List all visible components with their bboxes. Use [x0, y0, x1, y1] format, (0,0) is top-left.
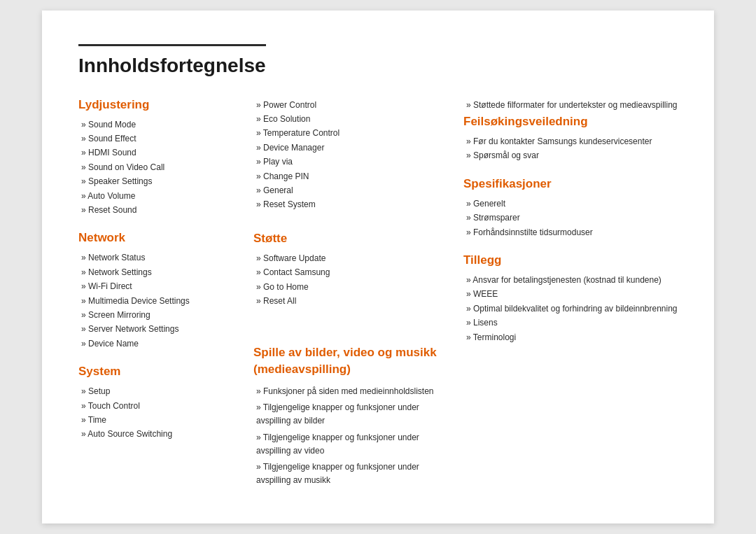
col1: Lydjustering Sound Mode Sound Effect HDM… [78, 98, 239, 491]
section-media: Spille av bilder, video og musikk(mediea… [253, 344, 449, 490]
col3-top-item[interactable]: Støttede filformater for undertekster og… [463, 98, 678, 112]
section-title-lydjustering[interactable]: Lydjustering [78, 98, 239, 112]
section-title-system[interactable]: System [78, 365, 239, 379]
section-tillegg: Tillegg Ansvar for betalingstjenesten (k… [463, 253, 678, 344]
section-spesifikasjoner: Spesifikasjoner Generelt Strømsparer For… [463, 177, 678, 239]
list-item[interactable]: Eco Solution [253, 112, 449, 126]
list-item[interactable]: Ansvar for betalingstjenesten (kostnad t… [463, 273, 678, 287]
list-item[interactable]: Temperature Control [253, 126, 449, 140]
list-item[interactable]: Setup [78, 384, 239, 398]
page-title: Innholdsfortegnelse [78, 44, 266, 77]
list-item[interactable]: Wi-Fi Direct [78, 279, 239, 293]
list-item[interactable]: Terminologi [463, 330, 678, 344]
list-item[interactable]: Tilgjengelige knapper og funksjoner unde… [253, 431, 449, 458]
list-item-play-via[interactable]: Play via [253, 155, 449, 169]
list-item[interactable]: Forhåndsinnstilte tidsurmoduser [463, 225, 678, 239]
col2-top-items: Power Control Eco Solution Temperature C… [253, 98, 449, 212]
section-title-media[interactable]: Spille av bilder, video og musikk(mediea… [253, 344, 449, 378]
list-item[interactable]: Før du kontakter Samsungs kundeservicese… [463, 134, 678, 148]
list-item[interactable]: Reset System [253, 197, 449, 211]
list-item[interactable]: Sound Mode [78, 118, 239, 132]
list-item[interactable]: HDMI Sound [78, 146, 239, 160]
list-item[interactable]: Generelt [463, 197, 678, 211]
list-item[interactable]: WEEE [463, 287, 678, 301]
section-title-network[interactable]: Network [78, 231, 239, 245]
list-item[interactable]: Lisens [463, 316, 678, 330]
col3: Støttede filformater for undertekster og… [463, 98, 678, 491]
list-item[interactable]: Tilgjengelige knapper og funksjoner unde… [253, 401, 449, 428]
section-lydjustering: Lydjustering Sound Mode Sound Effect HDM… [78, 98, 239, 218]
section-title-support[interactable]: Støtte [253, 232, 449, 246]
toc-columns: Lydjustering Sound Mode Sound Effect HDM… [78, 98, 678, 491]
list-item[interactable]: General [253, 183, 449, 197]
list-item[interactable]: Strømsparer [463, 211, 678, 225]
section-title-feilsoking[interactable]: Feilsøkingsveiledning [463, 115, 678, 129]
list-item[interactable]: Server Network Settings [78, 322, 239, 336]
list-item[interactable]: Go to Home [253, 280, 449, 294]
list-item[interactable]: Sound on Video Call [78, 160, 239, 174]
section-network: Network Network Status Network Settings … [78, 231, 239, 351]
list-item[interactable]: Optimal bildekvalitet og forhindring av … [463, 302, 678, 316]
list-item[interactable]: Software Update [253, 251, 449, 265]
list-item[interactable]: Touch Control [78, 399, 239, 413]
list-item[interactable]: Time [78, 413, 239, 427]
section-title-spesifikasjoner[interactable]: Spesifikasjoner [463, 177, 678, 191]
col2: Power Control Eco Solution Temperature C… [253, 98, 449, 491]
list-item[interactable]: Auto Volume [78, 189, 239, 203]
list-item[interactable]: Network Status [78, 251, 239, 265]
list-item[interactable]: Device Manager [253, 141, 449, 155]
list-item[interactable]: Funksjoner på siden med medieinnholdslis… [253, 385, 449, 398]
list-item[interactable]: Multimedia Device Settings [78, 294, 239, 308]
list-item[interactable]: Contact Samsung [253, 265, 449, 279]
list-item[interactable]: Tilgjengelige knapper og funksjoner unde… [253, 461, 449, 487]
list-item[interactable]: Speaker Settings [78, 174, 239, 188]
list-item[interactable]: Spørsmål og svar [463, 148, 678, 162]
section-support: Støtte Software Update Contact Samsung G… [253, 232, 449, 309]
list-item[interactable]: Power Control [253, 98, 449, 112]
list-item[interactable]: Reset Sound [78, 203, 239, 217]
list-item[interactable]: Sound Effect [78, 132, 239, 146]
section-system: System Setup Touch Control Time Auto Sou… [78, 365, 239, 442]
list-item[interactable]: Auto Source Switching [78, 427, 239, 441]
list-item[interactable]: Device Name [78, 337, 239, 351]
list-item[interactable]: Screen Mirroring [78, 308, 239, 322]
list-item[interactable]: Change PIN [253, 169, 449, 183]
toc-page: Innholdsfortegnelse Lydjustering Sound M… [42, 10, 714, 524]
section-title-tillegg[interactable]: Tillegg [463, 253, 678, 267]
section-feilsoking: Feilsøkingsveiledning Før du kontakter S… [463, 115, 678, 163]
list-item[interactable]: Reset All [253, 294, 449, 308]
list-item[interactable]: Network Settings [78, 265, 239, 279]
